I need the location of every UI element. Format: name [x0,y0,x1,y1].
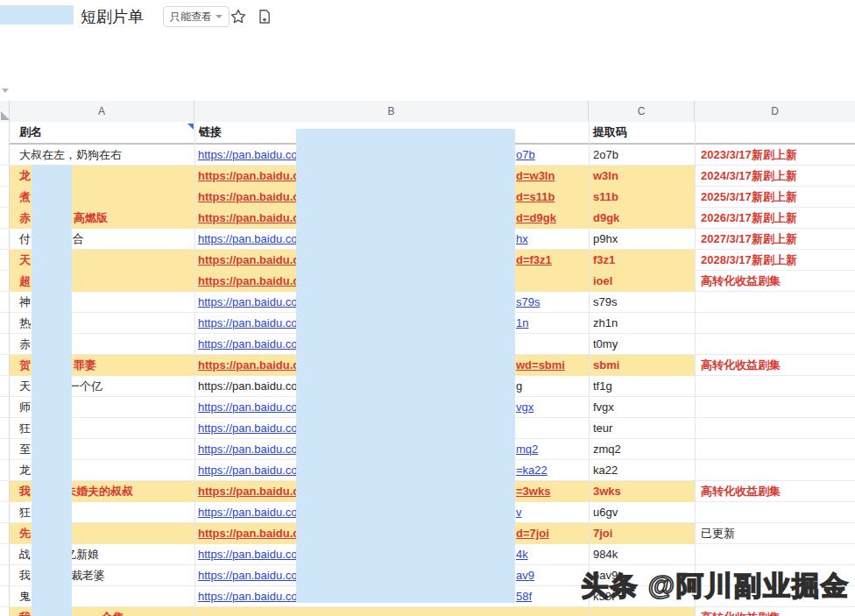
drama-name: 狂 [19,418,31,439]
cell-note[interactable] [695,418,855,439]
extract-code: 984k [593,544,618,565]
cell-note[interactable] [695,439,855,460]
note: 2024/3/17新剧上新 [701,166,797,187]
extract-code: t0my [593,334,618,355]
drama-name: 我 [19,481,31,502]
link-text[interactable]: https://pan.baidu.co [198,439,297,460]
cell-extract-code[interactable] [589,607,695,616]
extract-code: zmq2 [593,439,621,460]
drama-name: 战 [19,544,31,565]
link-text[interactable]: https://pan.baidu.co [198,334,297,355]
extract-code: teur [593,418,612,439]
extract-code: f3z1 [593,250,615,271]
drama-name: 煮 [19,187,31,208]
cell-note[interactable] [695,460,855,481]
cell-note[interactable] [695,502,855,523]
extract-code: u6gv [593,502,618,523]
link-suffix-text[interactable]: v [516,502,522,523]
note: 高转化收益剧集 [701,607,781,616]
link-suffix-text[interactable]: s79s [516,292,540,313]
link-text[interactable]: https://pan.baidu.co [198,292,297,313]
extract-code: p9hx [593,229,618,250]
drama-name-fragment: 罪妻 [74,355,96,376]
cell-note[interactable] [695,334,855,355]
link-suffix-text[interactable]: wd=sbmi [516,355,565,376]
link-suffix-text[interactable]: hx [516,229,528,250]
link-suffix-text[interactable]: d=d9gk [516,208,556,229]
drama-name: 龙 [19,166,31,187]
link-text[interactable]: https://pan.baidu.co [198,250,307,271]
note: 2025/3/17新剧上新 [701,187,797,208]
note: 2028/3/17新剧上新 [701,250,797,271]
link-text[interactable]: https://pan.baidu.co [198,313,297,334]
comment-marker-icon [187,124,194,130]
header-link[interactable]: 链接 [199,122,222,143]
drama-name: 神 [19,292,31,313]
cell-note[interactable] [695,397,855,418]
gridline [194,122,195,616]
extract-code: w3ln [593,166,618,187]
link-suffix-text[interactable]: 4k [516,544,528,565]
link-text[interactable]: https://pan.baidu.co [198,502,297,523]
link-text[interactable]: https://pan.baidu.co [198,271,307,292]
link-text[interactable]: https://pan.baidu.co [198,523,307,544]
header-drama-name[interactable]: 剧名 [19,122,42,143]
drama-name: 先 [19,523,31,544]
link-text[interactable]: https://pan.baidu.co [198,187,307,208]
drama-name: 超 [19,271,31,292]
extract-code: fvgx [593,397,614,418]
drama-name-fragment: 高燃版 [74,208,108,229]
link-text[interactable]: https://pan.baidu.co [198,586,297,607]
drama-name: 热 [19,313,31,334]
watermark-text: 头条 @阿川副业掘金 [581,568,850,605]
link-text[interactable]: https://pan.baidu.co [198,376,297,397]
gridline [695,122,696,616]
link-text[interactable]: https://pan.baidu.co [198,481,307,502]
drama-name: 至 [19,439,31,460]
extract-code: s79s [593,292,617,313]
link-text[interactable]: https://pan.baidu.co [198,145,297,166]
cell-note[interactable] [695,292,855,313]
link-text[interactable]: https://pan.baidu.co [198,229,297,250]
link-suffix-text[interactable]: g [516,376,522,397]
drama-name: 我 [19,607,31,616]
drama-name-fragment: 未婚夫的叔叔 [65,481,133,502]
link-suffix-text[interactable]: vgx [516,397,533,418]
cell-link[interactable] [194,607,589,616]
note: 高转化收益剧集 [701,355,781,376]
link-suffix-text[interactable]: av9 [516,565,534,586]
link-text[interactable]: https://pan.baidu.co [198,544,297,565]
link-suffix-text[interactable]: d=w3ln [516,166,555,187]
cell-note[interactable] [695,313,855,334]
link-suffix-text[interactable]: d=f3z1 [516,250,552,271]
gridline [589,122,590,616]
drama-name: 天 [19,376,31,397]
link-suffix-text[interactable]: =ka22 [516,460,548,481]
drama-name: 龙 [19,460,31,481]
cell-note[interactable] [695,376,855,397]
extract-code: tf1g [593,376,612,397]
header-extract-code[interactable]: 提取码 [593,122,627,143]
link-suffix-text[interactable]: 58f [516,586,532,607]
link-suffix-text[interactable]: o7b [516,145,535,166]
note: 2027/3/17新剧上新 [701,229,797,250]
link-suffix-text[interactable]: 1n [516,313,528,334]
link-text[interactable]: https://pan.baidu.co [198,208,307,229]
drama-name: 鬼 [19,586,31,607]
extract-code: 7joi [593,523,612,544]
extract-code: sbmi [593,355,619,376]
link-suffix-text[interactable]: d=s11b [516,187,555,208]
link-suffix-text[interactable]: d=7joi [516,523,549,544]
link-text[interactable]: https://pan.baidu.co [198,355,307,376]
link-text[interactable]: https://pan.baidu.co [198,397,297,418]
link-suffix-text[interactable]: mq2 [516,439,538,460]
link-text[interactable]: https://pan.baidu.co [198,166,307,187]
link-text[interactable]: https://pan.baidu.co [198,418,297,439]
link-text[interactable]: https://pan.baidu.co [198,565,297,586]
link-text[interactable]: https://pan.baidu.co [198,460,297,481]
link-suffix-text[interactable]: =3wks [516,481,550,502]
cell-note[interactable] [695,544,855,565]
table-row: 我 合集 高转化收益剧集 [0,607,855,616]
note: 2026/3/17新剧上新 [701,208,797,229]
drama-name: 天 [19,250,31,271]
